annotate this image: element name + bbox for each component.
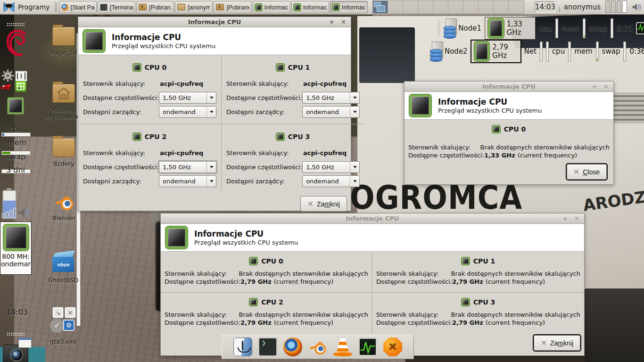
cpu-panel-1: CPU 1 Sterownik skalujący:Brak dostępnyc…: [372, 252, 584, 293]
wallpaper-van-bumper: [581, 288, 644, 362]
workspace-grid-icon[interactable]: [15, 81, 26, 92]
frequency-value: 2,79 GHz: [492, 43, 517, 60]
frequency-dropdown[interactable]: 1,50 GHz: [159, 161, 216, 173]
finder-icon[interactable]: [233, 337, 252, 356]
cpufreq-monitor[interactable]: 1,33 GHz: [485, 17, 536, 40]
driver-label: Sterownik skalujący:: [83, 80, 145, 87]
maximize-button[interactable]: +: [329, 17, 334, 26]
window-cpu-info-main: Informacje CPU + ✕ Informacje CPU Przegl…: [78, 16, 351, 211]
close-window-button[interactable]: Close: [567, 164, 607, 180]
maximize-button[interactable]: +: [592, 82, 597, 91]
frequency-dropdown[interactable]: 1,50 GHz: [302, 161, 360, 173]
cpu-meter-bar: [1, 132, 31, 137]
volume-icon[interactable]: [632, 2, 642, 12]
cpufreq-monitor[interactable]: 2,79 GHz: [471, 40, 521, 63]
chevron-down-icon: [207, 111, 216, 113]
taskbar-button-cpu-info-2[interactable]: Informac...: [291, 1, 329, 13]
panel-clock[interactable]: 14:03: [535, 1, 555, 13]
cpufreq-applet[interactable]: 800 MH: ondemar: [0, 222, 32, 275]
system-monitor-icon[interactable]: [636, 22, 644, 34]
frequency-dropdown[interactable]: 1,50 GHz: [159, 92, 216, 104]
close-x-icon: [574, 168, 580, 176]
applications-menu-label: Programy: [18, 3, 50, 11]
workspace-switcher[interactable]: [372, 0, 524, 14]
freq-label: Dostępne częstotliwości:: [83, 94, 159, 101]
panel-drag-handle[interactable]: [54, 2, 57, 12]
desktop-icon-rage3d[interactable]: Rage_3d: [45, 27, 82, 56]
frequency-value: 2,79 GHz: [240, 278, 272, 286]
governor-dropdown[interactable]: ondemand: [159, 106, 216, 118]
workspace-4[interactable]: [418, 1, 433, 13]
dock-drag-handle[interactable]: [408, 337, 409, 356]
node-name: Node2: [445, 47, 468, 56]
firefox-icon[interactable]: [283, 337, 302, 356]
workspace-2[interactable]: [388, 1, 403, 13]
server-icon: [444, 18, 455, 38]
screenshot-camera-icon[interactable]: [3, 345, 28, 362]
close-button[interactable]: ✕: [603, 82, 609, 91]
maximize-button[interactable]: +: [562, 214, 568, 223]
driver-label: Sterownik skalujący:: [376, 311, 438, 319]
taskbar-button-cpu-info-1[interactable]: Informac...: [253, 1, 290, 13]
cpu-chip-icon[interactable]: [8, 98, 24, 114]
desktop-icon-gta3[interactable]: ↘ ✕ ✓ ⚙ gta3.exe: [43, 307, 83, 345]
freq-label: Dostępne częstotliwości:: [376, 319, 452, 327]
dock-drag-handle[interactable]: [227, 337, 227, 356]
signal-bars-icon[interactable]: [2, 208, 16, 218]
governor-dropdown[interactable]: ondemand: [302, 175, 360, 187]
desktop-icon-ghostbsd[interactable]: vbox GhostBSD: [43, 251, 83, 284]
taskbar-button-anonymus[interactable]: [anonym...: [175, 1, 213, 13]
terminal-icon[interactable]: [258, 337, 277, 356]
close-window-button[interactable]: Zamknij: [534, 335, 580, 351]
blender-icon: [54, 192, 74, 211]
cpu-icon: [492, 125, 500, 133]
workspace-10[interactable]: [509, 1, 524, 13]
close-window-button[interactable]: Zamknij: [300, 196, 347, 212]
volume-icon[interactable]: [18, 207, 30, 218]
titlebar[interactable]: Informacje CPU + ✕: [78, 17, 351, 27]
close-button[interactable]: ✕: [574, 214, 579, 223]
workspace-6[interactable]: [448, 1, 463, 13]
titlebar[interactable]: Informacje CPU + ✕: [161, 214, 584, 224]
mixer-icon[interactable]: [15, 71, 27, 82]
vlc-icon[interactable]: [333, 337, 352, 356]
taskbar-button-downloads-2[interactable]: [Pobrane...: [214, 1, 251, 13]
cpu-meter-bar: [568, 41, 571, 61]
blender-icon[interactable]: [308, 337, 327, 356]
folder-download-icon: [139, 4, 147, 10]
workspace-7[interactable]: [463, 1, 479, 13]
workspace-1[interactable]: [373, 1, 388, 13]
taskbar-button-firefox[interactable]: [Start Pa...: [59, 1, 97, 13]
cpu-chip-icon: [3, 224, 29, 251]
tools-knife-icon[interactable]: [0, 81, 12, 92]
governor-dropdown[interactable]: ondemand: [302, 106, 360, 118]
workspace-5[interactable]: [433, 1, 448, 13]
workspace-9[interactable]: [494, 1, 509, 13]
frequency-dropdown[interactable]: 1,50 GHz: [302, 92, 360, 104]
governor-dropdown[interactable]: ondemand: [159, 175, 216, 187]
x-logo-icon[interactable]: [383, 337, 402, 356]
panel-drag-handle[interactable]: [7, 332, 25, 336]
cpu-icon: [276, 133, 284, 140]
net-meter-bar: [546, 41, 549, 61]
applet-drag-handle[interactable]: [438, 20, 440, 36]
system-load-monitor[interactable]: [605, 1, 627, 13]
freq-label: Dostępne częstotliwości:: [165, 278, 240, 286]
chevron-down-icon: [207, 180, 216, 182]
panel-drag-handle[interactable]: [7, 23, 25, 26]
taskbar-button-terminal[interactable]: [Termina...: [98, 1, 135, 13]
system-monitor-icon[interactable]: [358, 337, 377, 356]
taskbar-button-downloads[interactable]: [Pobran...: [136, 1, 174, 13]
window-cpu-info-single: Informacje CPU + ✕ Informacje CPU Przegl…: [404, 81, 614, 185]
workspace-3[interactable]: [403, 1, 418, 13]
gear-icon[interactable]: [1, 69, 14, 82]
titlebar[interactable]: Informacje CPU + ✕: [405, 82, 613, 92]
desktop-icon-bzdety[interactable]: Bzdety: [45, 138, 82, 167]
close-button[interactable]: ✕: [341, 17, 346, 26]
debian-logo-icon[interactable]: [5, 28, 29, 60]
taskbar-button-cpu-info-3[interactable]: Informac...: [330, 1, 368, 13]
workspace-8[interactable]: [479, 1, 494, 13]
applications-menu[interactable]: Programy: [0, 0, 54, 14]
freq-label: Dostępne częstotliwości:: [408, 151, 484, 159]
cpu-icon: [249, 257, 257, 265]
